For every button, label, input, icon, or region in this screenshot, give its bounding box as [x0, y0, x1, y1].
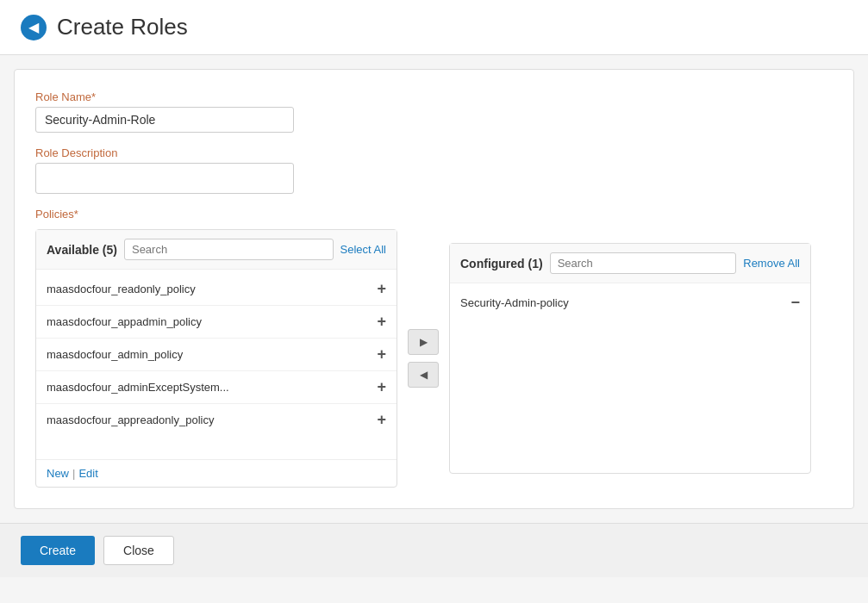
- list-item[interactable]: maasdocfour_appreadonly_policy +: [36, 404, 397, 436]
- back-icon: ◀: [28, 19, 39, 35]
- transfer-backward-button[interactable]: ◀: [408, 362, 439, 388]
- transfer-forward-button[interactable]: ▶: [408, 329, 439, 355]
- role-name-label: Role Name*: [35, 90, 833, 103]
- add-icon[interactable]: +: [377, 411, 386, 429]
- item-name: maasdocfour_admin_policy: [47, 348, 183, 361]
- new-link-button[interactable]: New: [47, 467, 69, 480]
- back-button[interactable]: ◀: [21, 15, 47, 40]
- footer-bar: Create Close: [0, 523, 868, 577]
- role-description-input[interactable]: [35, 163, 294, 194]
- role-name-group: Role Name*: [35, 90, 833, 133]
- item-name: maasdocfour_appreadonly_policy: [47, 413, 214, 426]
- edit-link-button[interactable]: Edit: [78, 467, 97, 480]
- policies-label: Policies*: [35, 208, 833, 221]
- configured-search-input[interactable]: [550, 252, 737, 274]
- policies-section: Policies* Available (5) Select All maasd…: [35, 208, 833, 488]
- role-name-input[interactable]: [35, 107, 294, 133]
- available-panel-header: Available (5) Select All: [36, 230, 397, 270]
- configured-panel-title: Configured (1): [460, 257, 543, 270]
- footer-separator: |: [72, 467, 75, 480]
- add-icon[interactable]: +: [377, 345, 386, 364]
- item-name: maasdocfour_adminExceptSystem...: [47, 381, 229, 394]
- select-all-button[interactable]: Select All: [340, 243, 386, 256]
- list-item[interactable]: Security-Admin-policy −: [450, 287, 810, 319]
- backward-icon: ◀: [420, 369, 428, 381]
- add-icon[interactable]: +: [377, 280, 386, 298]
- configured-panel-list: Security-Admin-policy −: [450, 283, 810, 473]
- content-area: Role Name* Role Description Policies* Av…: [14, 69, 854, 509]
- list-item[interactable]: maasdocfour_appadmin_policy +: [36, 306, 397, 339]
- available-panel-list: maasdocfour_readonly_policy + maasdocfou…: [36, 270, 397, 459]
- transfer-buttons: ▶ ◀: [408, 329, 439, 388]
- list-item[interactable]: maasdocfour_adminExceptSystem... +: [36, 371, 397, 404]
- item-name: maasdocfour_readonly_policy: [47, 283, 196, 295]
- add-icon[interactable]: +: [377, 313, 386, 331]
- available-panel-footer: New | Edit: [36, 459, 397, 487]
- item-name: Security-Admin-policy: [460, 296, 569, 309]
- available-panel: Available (5) Select All maasdocfour_rea…: [35, 229, 397, 488]
- remove-icon[interactable]: −: [790, 294, 800, 312]
- list-item[interactable]: maasdocfour_readonly_policy +: [36, 273, 397, 306]
- available-search-input[interactable]: [124, 239, 334, 260]
- create-button[interactable]: Create: [21, 536, 95, 565]
- add-icon[interactable]: +: [377, 378, 386, 396]
- item-name: maasdocfour_appadmin_policy: [47, 315, 202, 328]
- configured-panel: Configured (1) Remove All Security-Admin…: [449, 243, 811, 474]
- configured-panel-header: Configured (1) Remove All: [450, 244, 810, 283]
- page-title: Create Roles: [57, 14, 188, 40]
- policies-container: Available (5) Select All maasdocfour_rea…: [35, 229, 833, 488]
- close-button[interactable]: Close: [103, 536, 174, 565]
- list-item[interactable]: maasdocfour_admin_policy +: [36, 339, 397, 371]
- role-description-group: Role Description: [35, 146, 833, 194]
- remove-all-button[interactable]: Remove All: [743, 257, 800, 270]
- forward-icon: ▶: [420, 336, 428, 348]
- header: ◀ Create Roles: [0, 0, 868, 55]
- role-description-label: Role Description: [35, 146, 833, 159]
- available-panel-title: Available (5): [47, 243, 117, 257]
